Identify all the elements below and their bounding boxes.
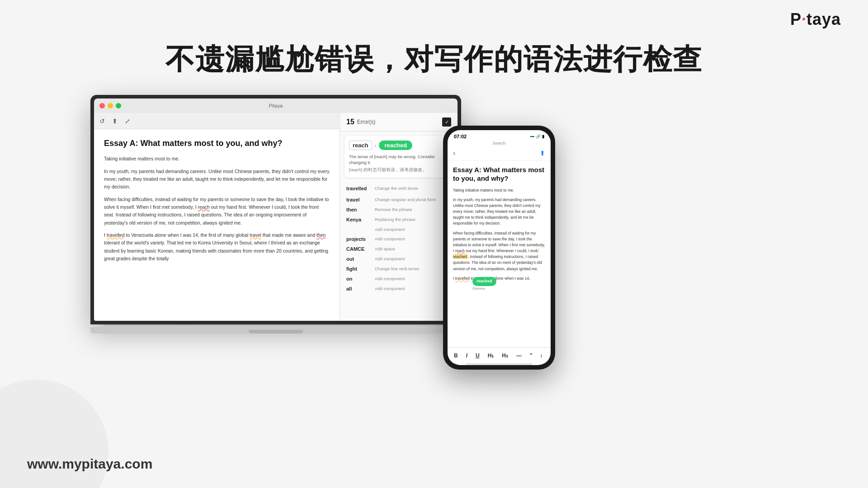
wifi-icon: 🔗 (536, 134, 541, 139)
list-item[interactable]: CAMCE Add space (344, 244, 454, 254)
grammar-word: out (346, 256, 371, 262)
phone-time: 07:02 (454, 134, 467, 139)
laptop-base (90, 327, 461, 333)
list-item[interactable]: projects Add component (344, 234, 454, 244)
share-icon[interactable]: ⬆ (112, 117, 118, 125)
editor-panel: ↺ ⬆ ⤢ Essay A: What matters most to you,… (94, 113, 340, 321)
reached-highlight: reached (453, 249, 539, 259)
phone-mockup: 07:02 ▪▪▪ 🔗 ▮ Search ‹ ⬆ Essay A: What m… (443, 126, 555, 370)
grammar-word: CAMCE (346, 246, 371, 252)
grammar-action: Change the verb tense (375, 186, 418, 191)
phone-formatting-toolbar: B I U H₁ H₂ — " ᵢ 18 (448, 347, 551, 363)
italic-button[interactable]: I (464, 352, 469, 360)
dismiss-tooltip[interactable]: Dismiss (472, 286, 485, 291)
grammar-action: Add component (375, 286, 405, 291)
editor-body: Essay A: What matters most to you, and w… (94, 129, 340, 321)
phone-home-indicator (466, 363, 533, 365)
maximize-button[interactable] (116, 103, 121, 108)
essay-para-4: I travelled to Venezuela alone when I wa… (104, 231, 330, 263)
grammar-action: Change singular and plural form (375, 197, 436, 202)
grammar-word: Kenya (346, 217, 371, 222)
phone-essay-title: Essay A: What matters most to you, and w… (453, 166, 545, 183)
phone-para-4: I travelled to Venezuela alone when I wa… (453, 276, 545, 282)
hr-button[interactable]: — (514, 352, 524, 360)
phone-para-1: Taking initiative matters most to me. (453, 188, 545, 193)
error-label: Error(s) (357, 119, 376, 125)
logo-dot: · (802, 10, 807, 28)
minimize-button[interactable] (108, 103, 113, 108)
page-title: 不遗漏尴尬错误，对写作的语法进行检查 (165, 40, 703, 79)
reached-tooltip: reached (472, 277, 496, 286)
signal-icon: ▪▪▪ (530, 134, 534, 139)
titlebar: Pitaya (94, 99, 458, 113)
corrected-word[interactable]: reached (379, 141, 412, 150)
quote-button[interactable]: " (528, 352, 534, 360)
grammar-action: Add component (375, 276, 405, 281)
correction-row: reach › reached (349, 141, 448, 150)
essay-title: Essay A: What matters most to you, and w… (104, 138, 330, 149)
list-item[interactable]: then Remove the phrase (344, 205, 454, 215)
close-button[interactable] (99, 103, 105, 108)
list-item[interactable]: out Add component (344, 254, 454, 264)
phone-reach-underline: reach (455, 249, 465, 253)
grammar-word: then (346, 207, 371, 212)
grammar-action: Add component (375, 227, 405, 232)
back-button[interactable]: ‹ (453, 149, 455, 157)
essay-para-2: In my youth, my parents had demanding ca… (104, 168, 330, 191)
bold-button[interactable]: B (452, 352, 460, 360)
list-item[interactable]: Add component (344, 225, 454, 234)
list-item[interactable]: travelled Change the verb tense ✓ (344, 182, 454, 195)
grammar-action: Add component (375, 236, 405, 241)
grammar-action: Remove the phrase (375, 207, 412, 212)
grammar-panel: 15 Error(s) ✓ ✕ reach › reached The tens… (340, 113, 458, 321)
share-button[interactable]: ⬆ (540, 150, 545, 157)
travelled-underline: travelled (107, 232, 125, 238)
laptop-screen: Pitaya ↺ ⬆ ⤢ Essay A: What matters most … (90, 95, 461, 324)
phone-travelled-underline: travelled (455, 276, 470, 281)
correction-card: ✕ reach › reached The tense of [reach] m… (344, 136, 453, 178)
h2-button[interactable]: H₂ (500, 352, 510, 360)
grammar-word: all (346, 286, 371, 291)
arrow-icon: › (375, 143, 377, 148)
reach-underline: reach (198, 204, 210, 210)
grammar-list: travelled Change the verb tense ✓ travel… (340, 182, 458, 294)
grammar-action: Change line verb tense (375, 266, 419, 271)
grammar-word: travelled (346, 186, 371, 191)
decorative-circle (0, 380, 108, 488)
list-item[interactable]: all Add component (344, 284, 454, 294)
grammar-action: Add component (375, 256, 405, 261)
font-size-button[interactable]: 18 (548, 352, 551, 360)
subscript-button[interactable]: ᵢ (539, 352, 543, 360)
list-item[interactable]: Kenya Replacing the phrase (344, 215, 454, 225)
error-count: 15 (346, 118, 354, 126)
travel-underline: travel (250, 232, 261, 238)
grammar-word: travel (346, 197, 371, 202)
essay-para-3: When facing difficulties, instead of wai… (104, 196, 330, 227)
h1-button[interactable]: H₁ (486, 352, 496, 360)
titlebar-label: Pitaya (269, 103, 283, 108)
list-item[interactable]: fight Change line verb tense (344, 264, 454, 274)
search-label: Search (448, 141, 551, 147)
phone-para-2: In my youth, my parents had demanding ca… (453, 197, 545, 227)
logo-taya: taya (807, 10, 841, 28)
grammar-word: on (346, 276, 371, 282)
editor-toolbar: ↺ ⬆ ⤢ (94, 113, 340, 129)
check-icon[interactable]: ✓ (442, 117, 451, 127)
expand-icon[interactable]: ⤢ (125, 117, 130, 125)
list-item[interactable]: travel Change singular and plural form (344, 195, 454, 205)
correction-desc-zh: [reach] 的时态可能有误，请考虑修改。 (349, 167, 448, 173)
refresh-icon[interactable]: ↺ (99, 117, 105, 125)
then-underline: then (316, 232, 326, 238)
logo-area: P·taya (790, 10, 841, 29)
phone-status-bar: 07:02 ▪▪▪ 🔗 ▮ (448, 130, 551, 141)
list-item[interactable]: on Add component (344, 274, 454, 284)
underline-button[interactable]: U (474, 352, 481, 360)
phone-content: Essay A: What matters most to you, and w… (448, 160, 551, 347)
original-word: reach (349, 141, 372, 150)
grammar-word: fight (346, 266, 371, 272)
correction-desc-en: The tense of [reach] may be wrong. Consi… (349, 154, 448, 166)
battery-icon: ▮ (542, 134, 544, 139)
phone-nav-bar: ‹ ⬆ (448, 147, 551, 160)
app-content: ↺ ⬆ ⤢ Essay A: What matters most to you,… (94, 113, 458, 321)
grammar-action: Add space (375, 246, 395, 251)
